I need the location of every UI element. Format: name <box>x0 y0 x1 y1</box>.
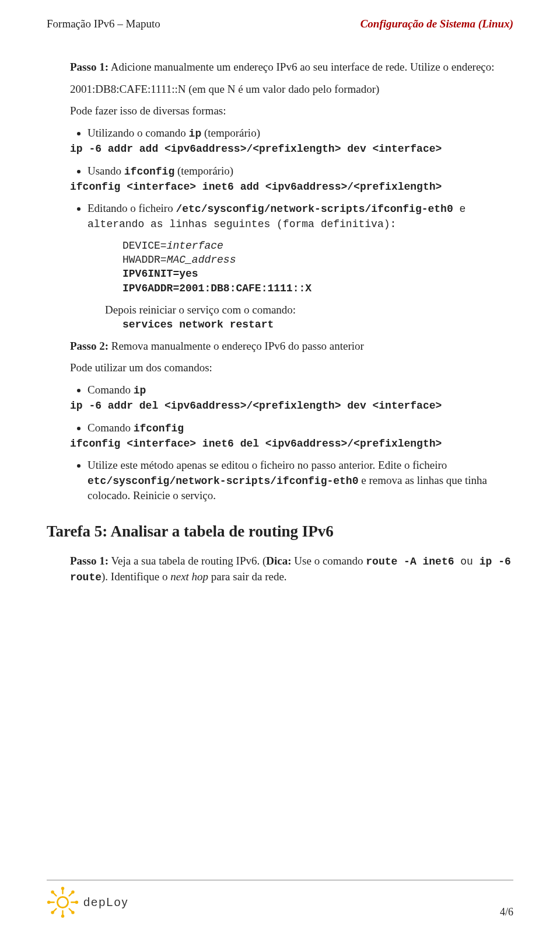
dica-label: Dica: <box>266 555 291 567</box>
passo1-label: Passo 1: <box>70 61 108 73</box>
cfg-key: HWADDR= <box>123 254 167 266</box>
svg-point-9 <box>61 887 65 890</box>
code-route: route -A inet6 <box>366 556 454 567</box>
text-c: ). Identifique o <box>102 570 170 583</box>
svg-point-0 <box>57 897 68 907</box>
config-line-ipv6init: IPV6INIT=yes <box>123 267 513 281</box>
passo2-label: Passo 2: <box>70 340 108 352</box>
passo1-list: Utilizando o comando ip (temporário) ip … <box>88 126 513 232</box>
logo-text: depLoy <box>83 896 129 909</box>
svg-point-12 <box>75 901 79 904</box>
bullet-text: Utilizando o comando <box>88 127 189 139</box>
config-line-hwaddr: HWADDR=MAC_address <box>123 253 513 267</box>
code-line: ip -6 addr del <ipv6address>/<prefixleng… <box>70 399 513 413</box>
bullet-text: Comando <box>88 384 134 396</box>
code-inline: etc/sysconfig/network-scripts/ifconfig-e… <box>88 475 358 487</box>
code-inline: ifconfig <box>124 166 174 177</box>
bullet-text: Usando <box>88 165 124 177</box>
passo1-item-edit-file: Editando o ficheiro /etc/sysconfig/netwo… <box>88 201 513 232</box>
cfg-val: interface <box>167 240 223 252</box>
config-file-block: DEVICE=interface HWADDR=MAC_address IPV6… <box>123 239 513 295</box>
passo1-title: Passo 1: Adicione manualmente um endereç… <box>70 60 513 75</box>
code-inline: /etc/sysconfig/network-scripts/ifconfig-… <box>176 203 453 215</box>
deploy-logo: depLoy <box>47 886 129 918</box>
tarefa5-p1-label: Passo 1: <box>70 555 108 567</box>
passo1-item-ifconfig: Usando ifconfig (temporário) ifconfig <i… <box>88 163 513 194</box>
svg-point-15 <box>71 890 75 894</box>
bullet-text: Editando o ficheiro <box>88 202 176 214</box>
code-inline: ifconfig <box>134 423 184 434</box>
code-inline: ip <box>189 128 202 140</box>
passo1-address-line: 2001:DB8:CAFE:1111::N (em que N é um val… <box>70 82 513 97</box>
svg-point-13 <box>51 890 54 894</box>
passo2-pode: Pode utilizar um dos comandos: <box>70 360 513 375</box>
passo2-block: Passo 2: Remova manualmente o endereço I… <box>70 339 513 375</box>
page-content: Passo 1: Adicione manualmente um endereç… <box>47 60 513 584</box>
cfg-val: MAC_address <box>167 254 236 266</box>
config-line-ipv6addr: IPV6ADDR=2001:DB8:CAFE:1111::X <box>123 281 513 295</box>
code-line: ip -6 addr add <ipv6address>/<prefixleng… <box>70 142 513 156</box>
passo2-title: Passo 2: Remova manualmente o endereço I… <box>70 339 513 354</box>
code-inline: ip <box>134 385 146 396</box>
footer-divider <box>47 880 513 880</box>
sun-icon <box>47 886 79 918</box>
svg-point-14 <box>71 911 75 914</box>
text-b: Use o comando <box>292 555 366 567</box>
text-d: para sair da rede. <box>208 570 287 583</box>
passo1-item-ip: Utilizando o comando ip (temporário) ip … <box>88 126 513 156</box>
depois-text: Depois reiniciar o serviço com o comando… <box>105 302 513 318</box>
passo2-title-text: Remova manualmente o endereço IPv6 do pa… <box>108 340 364 352</box>
passo2-list: Comando ip ip -6 addr del <ipv6address>/… <box>88 382 513 503</box>
tarefa5-p1: Passo 1: Veja a sua tabela de routing IP… <box>70 553 513 584</box>
page-header: Formação IPv6 – Maputo Configuração de S… <box>47 18 513 30</box>
passo2-item-ip: Comando ip ip -6 addr del <ipv6address>/… <box>88 382 513 413</box>
passo2-item-ifconfig: Comando ifconfig ifconfig <interface> in… <box>88 420 513 451</box>
config-line-device: DEVICE=interface <box>123 239 513 253</box>
cfg-key: DEVICE= <box>123 240 167 252</box>
svg-point-10 <box>61 915 65 918</box>
code-line: ifconfig <interface> inet6 del <ipv6addr… <box>70 437 513 451</box>
bullet-text-b: (temporário) <box>174 165 233 177</box>
nexthop-italic: next hop <box>170 570 208 583</box>
depois-cmd: services network restart <box>123 318 513 332</box>
bullet-text-b: (temporário) <box>201 127 260 139</box>
bullet-text-a: Utilize este método apenas se editou o f… <box>88 459 447 471</box>
ou-text: ou <box>454 556 480 567</box>
page-number: 4/6 <box>500 906 513 918</box>
passo1-block: Passo 1: Adicione manualmente um endereç… <box>70 60 513 119</box>
tarefa5-passo1: Passo 1: Veja a sua tabela de routing IP… <box>70 553 513 584</box>
code-line: ifconfig <interface> inet6 add <ipv6addr… <box>70 180 513 194</box>
header-right: Configuração de Sistema (Linux) <box>360 18 513 30</box>
tarefa5-heading: Tarefa 5: Analisar a tabela de routing I… <box>47 521 513 542</box>
svg-point-11 <box>47 901 51 904</box>
passo2-item-edit-file: Utilize este método apenas se editou o f… <box>88 458 513 503</box>
text-a: Veja a sua tabela de routing IPv6. ( <box>108 555 266 567</box>
passo1-depois: Depois reiniciar o serviço com o comando… <box>105 302 513 332</box>
page-footer: depLoy 4/6 <box>0 880 560 918</box>
footer-row: depLoy 4/6 <box>47 886 513 918</box>
bullet-text: Comando <box>88 422 134 434</box>
passo1-title-text: Adicione manualmente um endereço IPv6 ao… <box>108 61 495 73</box>
header-left: Formação IPv6 – Maputo <box>47 18 160 30</box>
svg-point-16 <box>51 911 54 914</box>
passo1-pode: Pode fazer isso de diversas formas: <box>70 103 513 119</box>
